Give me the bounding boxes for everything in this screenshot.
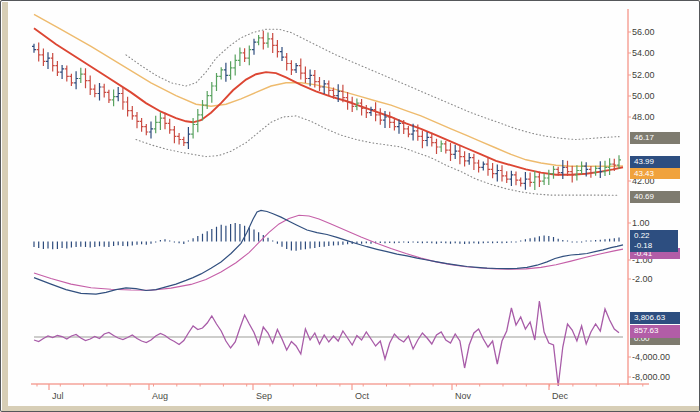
macd-signal-line [34,215,623,290]
bollinger-lower-band [136,116,619,195]
month-label-nov: Nov [455,391,471,401]
y-axis-tick-label: -8,000.00 [632,372,670,382]
badge-text: 857.63 [634,326,680,336]
macd-hist-badge: 0.22-0.18 [630,230,678,252]
badge-text: 43.43 [634,169,680,179]
y-axis-tick-label: 56.00 [632,27,655,37]
last-close-badge: 43.99 [630,156,680,168]
oscillator-line [34,301,619,386]
y-axis-tick-label: -4,000.00 [632,352,670,362]
month-label-sep: Sep [256,391,272,401]
month-label-aug: Aug [152,391,168,401]
ma-value-badge: 43.43 [630,168,680,179]
y-axis-tick-label: -2.00 [632,274,653,284]
badge-text: -0.18 [634,241,678,251]
osc-value-badge: 857.63 [630,325,680,338]
badge-text: 3,806.63 [634,313,680,323]
badge-text: 46.17 [634,133,680,143]
month-label-oct: Oct [355,391,369,401]
macd-panel [34,210,623,294]
badge-text: 43.99 [634,157,680,167]
y-axis-tick-label: 48.00 [632,112,655,122]
badge-text: 40.69 [634,192,680,202]
y-axis-tick-label: 54.00 [632,48,655,58]
chart-area[interactable] [1,1,700,412]
chart-canvas[interactable] [1,1,700,412]
y-axis-tick-label: 1.00 [632,218,650,228]
price-panel [32,14,623,195]
ohlc-bars-r [37,31,617,187]
macd-histogram [34,223,619,251]
month-label-dec: Dec [552,391,568,401]
badge-text: 0.22 [634,231,678,241]
y-axis-tick-label: 52.00 [632,70,655,80]
upper-band-badge: 46.17 [630,132,680,144]
month-label-jul: Jul [52,391,64,401]
y-axis-tick-label: 50.00 [632,91,655,101]
chart-window: 56.0054.0052.0050.0048.0042.001.00-1.00-… [0,0,700,412]
bollinger-upper-band [126,29,619,139]
osc-high-badge: 3,806.63 [630,312,680,324]
oscillator-panel [34,301,623,386]
lower-band-badge: 40.69 [630,191,680,203]
